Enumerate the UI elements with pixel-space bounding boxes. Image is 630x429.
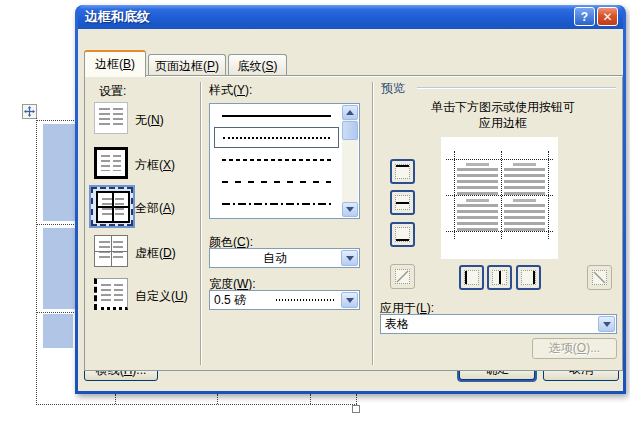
setting-grid-icon[interactable] [94,235,128,267]
setting-box-label[interactable]: 方框(X) [135,157,175,174]
question-mark-icon: ? [581,10,588,24]
color-value: 自动 [210,250,340,267]
setting-all-icon[interactable] [96,191,130,223]
table-column-line [310,394,311,404]
diagonal-down-border-button [390,264,415,289]
table-border-bottom [36,404,357,405]
close-icon: ✕ [602,10,612,24]
table-border-row1 [36,120,76,121]
width-combobox[interactable]: 0.5 磅 [209,290,360,310]
color-combobox[interactable]: 自动 [209,248,360,268]
tab-borders[interactable]: 边框(B) [84,50,146,77]
table-border-row2 [36,224,76,225]
arrow-down-icon [346,207,354,212]
preview-cell-text [457,198,498,227]
preview-cell-text [504,198,545,227]
line-style-item-dotted[interactable] [214,127,339,148]
column-separator [200,82,202,365]
top-border-button[interactable] [390,159,415,184]
diagonal-up-border-button [587,265,612,290]
setting-box-icon[interactable] [94,147,128,179]
table-resize-handle[interactable] [352,405,360,413]
selected-table-cell[interactable] [43,228,76,309]
column-separator [372,82,374,365]
line-style-item-dash-small[interactable] [214,149,339,170]
options-button: 选项(O)... [532,338,617,359]
instruction-line1: 单击下方图示或使用按钮可 [384,99,622,115]
instruction-line2: 应用边框 [384,115,622,131]
close-button[interactable]: ✕ [597,7,618,26]
groupbox-line [417,87,616,89]
arrow-up-icon [346,110,354,115]
chevron-down-icon [603,322,611,327]
borders-tab-panel: 设置: 无(N) 方框(X) 全部(A) 虚框(D) 自定义(U) 样式(Y): [84,76,623,371]
line-style-sample [222,203,331,205]
table-border-row3 [36,312,76,313]
setting-all-selected[interactable] [89,185,135,228]
line-style-item-dash-large[interactable] [214,171,339,192]
tab-label: 页面边框(P) [155,58,219,75]
scrollbar-thumb[interactable] [342,121,358,140]
apply-to-dropdown-button[interactable] [598,316,615,332]
width-dropdown-button[interactable] [341,292,358,308]
preview-cell-text [457,162,498,191]
setting-custom-icon[interactable] [94,278,128,310]
diagonal-line-icon [593,271,606,284]
left-border-button[interactable] [459,265,484,290]
borders-shading-dialog: 边框和底纹 ? ✕ 边框(B) 页面边框(P) 底纹(S) 设置: 无(N) 方… [75,5,626,394]
tab-label: 边框(B) [95,56,135,73]
color-dropdown-button[interactable] [341,250,358,266]
options-button-label: 选项(O)... [549,340,600,357]
selected-table-cell[interactable] [43,124,76,221]
help-button[interactable]: ? [574,7,595,26]
apply-to-value: 表格 [381,316,597,333]
preview-diagram[interactable] [441,137,558,259]
table-column-line [115,394,116,404]
line-style-item-dash-dot[interactable] [214,193,339,214]
inside-vertical-border-button[interactable] [487,265,512,290]
line-style-list[interactable] [209,103,360,219]
table-border-left [36,118,37,405]
table-border-right [356,394,357,404]
width-value: 0.5 磅 [210,292,276,309]
scrollbar-up-button[interactable] [342,105,358,120]
setting-all-label[interactable]: 全部(A) [135,200,175,217]
table-move-handle[interactable] [22,104,37,119]
table-column-line [217,394,218,404]
diagonal-line-icon [396,270,409,283]
selected-table-cell[interactable] [43,314,73,348]
line-style-sample [223,137,330,139]
line-style-scrollbar[interactable] [342,105,358,217]
setting-custom-label[interactable]: 自定义(U) [135,288,188,305]
chevron-down-icon [346,298,354,303]
line-style-sample [222,115,331,117]
dialog-title: 边框和底纹 [85,8,150,26]
move-arrows-icon [24,106,35,117]
setting-none-icon[interactable] [94,102,128,134]
dialog-body: 边框(B) 页面边框(P) 底纹(S) 设置: 无(N) 方框(X) 全部(A)… [78,29,623,391]
line-style-sample [222,181,331,183]
inside-horizontal-border-button[interactable] [390,190,415,215]
tab-label: 底纹(S) [237,58,277,75]
line-style-item-solid[interactable] [214,105,339,126]
chevron-down-icon [346,256,354,261]
apply-to-combobox[interactable]: 表格 [380,314,617,334]
dialog-titlebar[interactable]: 边框和底纹 ? ✕ [78,5,623,29]
tab-page-border[interactable]: 页面边框(P) [148,54,226,77]
setting-grid-label[interactable]: 虚框(D) [135,245,176,262]
bottom-border-button[interactable] [390,222,415,247]
preview-instruction: 单击下方图示或使用按钮可 应用边框 [384,99,622,131]
style-label: 样式(Y): [209,82,252,99]
tab-shading[interactable]: 底纹(S) [228,54,287,77]
setting-none-label[interactable]: 无(N) [135,112,164,129]
scrollbar-down-button[interactable] [342,202,358,217]
preview-label: 预览 [381,80,405,97]
preview-cell-text [504,162,545,191]
right-border-button[interactable] [516,265,541,290]
settings-label: 设置: [99,83,126,100]
line-style-sample [222,159,331,161]
width-line-sample [276,299,334,301]
